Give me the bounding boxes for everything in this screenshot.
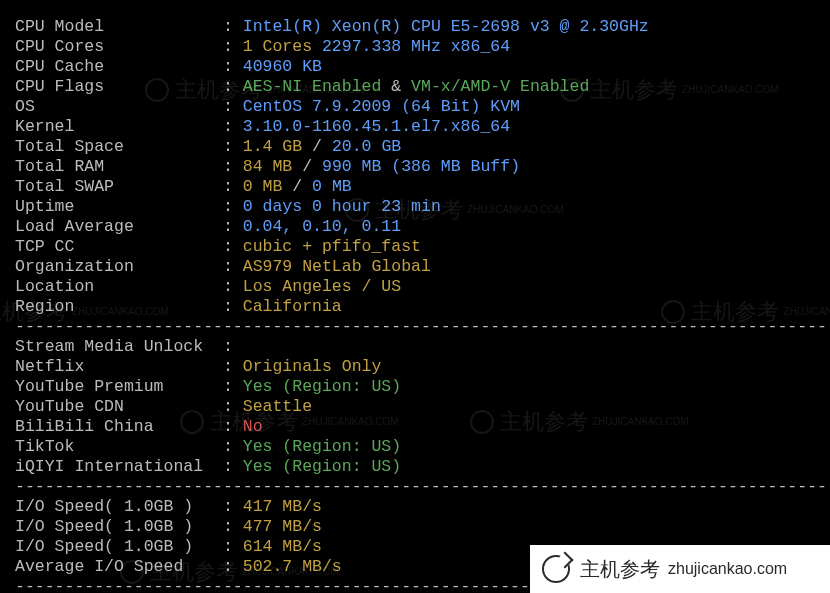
- watermark-url: zhujicankao.com: [668, 559, 787, 579]
- row-cpu-flags: CPU Flags : AES-NI Enabled & VM-x/AMD-V …: [0, 77, 830, 97]
- row-cpu-cache: CPU Cache : 40960 KB: [0, 57, 830, 77]
- row-cpu-model: CPU Model : Intel(R) Xeon(R) CPU E5-2698…: [0, 17, 830, 37]
- row-io-1: I/O Speed( 1.0GB ) : 417 MB/s: [0, 497, 830, 517]
- row-uptime: Uptime : 0 days 0 hour 23 min: [0, 197, 830, 217]
- refresh-icon: [542, 555, 570, 583]
- row-os: OS : CentOS 7.9.2009 (64 Bit) KVM: [0, 97, 830, 117]
- watermark-badge: 主机参考 zhujicankao.com: [530, 545, 830, 593]
- row-total-space: Total Space : 1.4 GB / 20.0 GB: [0, 137, 830, 157]
- row-tcp-cc: TCP CC : cubic + pfifo_fast: [0, 237, 830, 257]
- row-kernel: Kernel : 3.10.0-1160.45.1.el7.x86_64: [0, 117, 830, 137]
- row-bilibili: BiliBili China : No: [0, 417, 830, 437]
- terminal-output: CPU Model : Intel(R) Xeon(R) CPU E5-2698…: [0, 17, 830, 593]
- row-load-average: Load Average : 0.04, 0.10, 0.11: [0, 217, 830, 237]
- row-io-2: I/O Speed( 1.0GB ) : 477 MB/s: [0, 517, 830, 537]
- divider-line: ----------------------------------------…: [0, 477, 830, 497]
- row-stream-header: Stream Media Unlock :: [0, 337, 830, 357]
- watermark-name: 主机参考: [580, 559, 660, 579]
- row-netflix: Netflix : Originals Only: [0, 357, 830, 377]
- row-iqiyi: iQIYI International : Yes (Region: US): [0, 457, 830, 477]
- row-location: Location : Los Angeles / US: [0, 277, 830, 297]
- row-youtube-cdn: YouTube CDN : Seattle: [0, 397, 830, 417]
- row-total-swap: Total SWAP : 0 MB / 0 MB: [0, 177, 830, 197]
- row-organization: Organization : AS979 NetLab Global: [0, 257, 830, 277]
- row-cpu-cores: CPU Cores : 1 Cores 2297.338 MHz x86_64: [0, 37, 830, 57]
- divider-line: ----------------------------------------…: [0, 317, 830, 337]
- row-tiktok: TikTok : Yes (Region: US): [0, 437, 830, 457]
- row-youtube-premium: YouTube Premium : Yes (Region: US): [0, 377, 830, 397]
- row-region: Region : California: [0, 297, 830, 317]
- row-total-ram: Total RAM : 84 MB / 990 MB (386 MB Buff): [0, 157, 830, 177]
